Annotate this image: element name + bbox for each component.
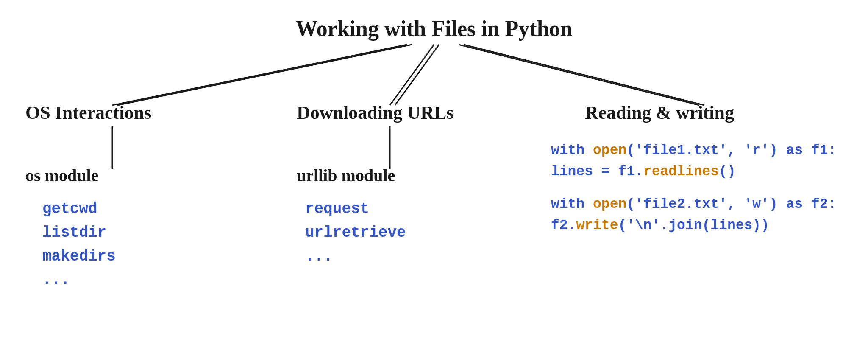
list-item-urllib-ellipsis: ... <box>305 245 406 269</box>
code-open-2: open <box>593 196 626 212</box>
code-write-args: ('\n'.join(lines)) <box>618 218 769 233</box>
svg-line-1 <box>117 45 412 105</box>
code-line-1: with open('file1.txt', 'r') as f1: <box>551 140 836 161</box>
list-item-urlretrieve: urlretrieve <box>305 221 406 245</box>
code-block: with open('file1.txt', 'r') as f1: lines… <box>551 140 836 236</box>
list-item-listdir: listdir <box>42 221 116 245</box>
code-with-1: with <box>551 143 593 158</box>
code-indent-1: lines = f1. <box>551 164 643 179</box>
code-write: write <box>576 218 618 233</box>
node-os-interactions: OS Interactions <box>25 102 151 123</box>
svg-line-3 <box>395 45 439 105</box>
svg-line-4 <box>459 45 699 105</box>
diagram-container: Working with Files in Python OS Interact… <box>0 0 868 342</box>
os-module-list: getcwd listdir makedirs ... <box>42 197 116 292</box>
svg-line-2 <box>390 45 434 105</box>
code-gap <box>551 182 836 194</box>
code-line-2: lines = f1.readlines() <box>551 161 836 182</box>
code-line-4: f2.write('\n'.join(lines)) <box>551 215 836 236</box>
code-readlines: readlines <box>643 164 719 179</box>
code-args-2: ('file2.txt', 'w') as f2: <box>626 196 836 212</box>
title: Working with Files in Python <box>296 16 573 41</box>
list-item-request: request <box>305 197 406 221</box>
code-args-1: ('file1.txt', 'r') as f1: <box>626 143 836 158</box>
code-open-1: open <box>593 143 626 158</box>
code-f2: f2. <box>551 218 576 233</box>
svg-line-5 <box>464 45 704 105</box>
urllib-module-list: request urlretrieve ... <box>305 197 406 268</box>
node-urllib-module: urllib module <box>297 165 395 185</box>
node-downloading-urls: Downloading URLs <box>297 102 453 123</box>
node-reading-writing: Reading & writing <box>585 102 734 123</box>
code-parens-1: () <box>719 164 736 179</box>
svg-line-0 <box>112 45 407 105</box>
code-line-3: with open('file2.txt', 'w') as f2: <box>551 194 836 215</box>
list-item-makedirs: makedirs <box>42 245 116 269</box>
node-os-module: os module <box>25 165 98 185</box>
list-item-getcwd: getcwd <box>42 197 116 221</box>
code-with-2: with <box>551 196 593 212</box>
list-item-os-ellipsis: ... <box>42 268 116 292</box>
